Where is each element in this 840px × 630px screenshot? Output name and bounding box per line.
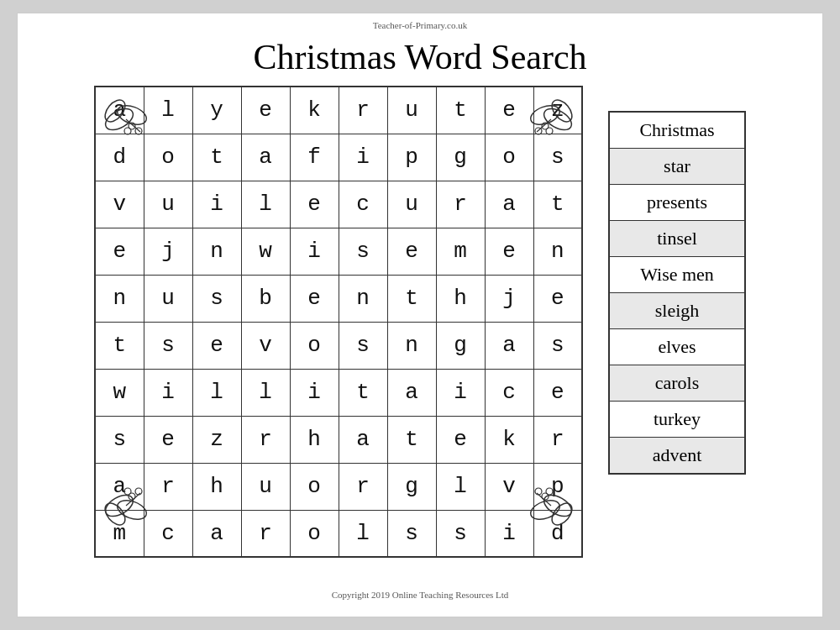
grid-cell-6-6: a <box>387 369 436 416</box>
grid-cell-4-4: e <box>290 275 339 322</box>
grid-cell-0-4: k <box>290 87 339 134</box>
grid-cell-3-7: m <box>436 228 485 275</box>
holly-top-left-icon <box>102 94 153 144</box>
grid-cell-2-4: e <box>290 181 339 228</box>
grid-cell-1-5: i <box>339 134 387 181</box>
holly-bottom-right-icon <box>524 485 575 534</box>
svg-point-27 <box>546 488 553 495</box>
grid-cell-5-4: o <box>290 322 339 369</box>
holly-bottom-left-icon <box>102 485 153 534</box>
word-list: ChristmasstarpresentstinselWise mensleig… <box>608 111 746 475</box>
word-list-item-5: sleigh <box>610 293 744 329</box>
grid-cell-3-5: s <box>339 228 387 275</box>
grid-cell-7-2: z <box>192 416 241 463</box>
grid-cell-4-6: t <box>387 275 436 322</box>
word-list-item-9: advent <box>610 438 744 473</box>
grid-cell-0-7: t <box>436 87 485 134</box>
grid-cell-1-3: a <box>241 134 290 181</box>
word-list-item-4: Wise men <box>610 257 744 293</box>
grid-cell-6-8: c <box>485 369 533 416</box>
grid-cell-8-4: o <box>290 463 339 510</box>
grid-cell-9-4: o <box>290 510 339 557</box>
grid-cell-6-1: i <box>144 369 192 416</box>
svg-point-23 <box>548 500 575 529</box>
grid-cell-8-7: l <box>436 463 485 510</box>
grid-cell-3-9: n <box>533 228 582 275</box>
grid-cell-2-2: i <box>192 181 241 228</box>
svg-point-20 <box>124 488 131 495</box>
grid-cell-1-2: t <box>192 134 241 181</box>
word-list-item-1: star <box>610 149 744 185</box>
word-list-item-8: turkey <box>610 402 744 438</box>
holly-top-right-icon <box>524 94 575 144</box>
grid-cell-0-6: u <box>387 87 436 134</box>
svg-point-26 <box>535 488 542 495</box>
grid-cell-3-2: n <box>192 228 241 275</box>
svg-point-13 <box>546 128 553 134</box>
grid-cell-2-6: u <box>387 181 436 228</box>
grid-cell-5-1: s <box>144 322 192 369</box>
grid-cell-8-5: r <box>339 463 387 510</box>
content-area: alyekrutezdotafipgosvuilecuratejnwisemen… <box>34 86 806 583</box>
svg-point-16 <box>102 500 129 529</box>
grid-cell-7-3: r <box>241 416 290 463</box>
grid-cell-4-8: j <box>485 275 533 322</box>
grid-cell-1-7: g <box>436 134 485 181</box>
grid-cell-8-6: g <box>387 463 436 510</box>
grid-cell-5-9: s <box>533 322 582 369</box>
grid-cell-4-9: e <box>533 275 582 322</box>
grid-cell-2-8: a <box>485 181 533 228</box>
page-title: Christmas Word Search <box>253 37 586 77</box>
grid-cell-6-2: l <box>192 369 241 416</box>
word-list-item-3: tinsel <box>610 221 744 257</box>
grid-cell-4-5: n <box>339 275 387 322</box>
word-list-item-2: presents <box>610 185 744 221</box>
grid-cell-2-1: u <box>144 181 192 228</box>
grid-cell-4-2: s <box>192 275 241 322</box>
grid-cell-7-0: s <box>95 416 144 463</box>
grid-cell-9-5: l <box>339 510 387 557</box>
grid-cell-7-6: t <box>387 416 436 463</box>
grid-cell-2-9: t <box>533 181 582 228</box>
grid-container: alyekrutezdotafipgosvuilecuratejnwisemen… <box>94 86 583 558</box>
grid-cell-6-5: t <box>339 369 387 416</box>
grid-cell-9-3: r <box>241 510 290 557</box>
grid-cell-4-0: n <box>95 275 144 322</box>
grid-cell-1-4: f <box>290 134 339 181</box>
grid-cell-5-5: s <box>339 322 387 369</box>
grid-cell-3-4: i <box>290 228 339 275</box>
grid-cell-2-5: c <box>339 181 387 228</box>
grid-cell-3-1: j <box>144 228 192 275</box>
grid-cell-7-5: a <box>339 416 387 463</box>
grid-cell-5-6: n <box>387 322 436 369</box>
grid-cell-5-3: v <box>241 322 290 369</box>
grid-cell-0-3: e <box>241 87 290 134</box>
grid-cell-9-7: s <box>436 510 485 557</box>
grid-cell-3-0: e <box>95 228 144 275</box>
grid-cell-5-0: t <box>95 322 144 369</box>
grid-cell-2-0: v <box>95 181 144 228</box>
grid-cell-9-2: a <box>192 510 241 557</box>
grid-cell-4-7: h <box>436 275 485 322</box>
grid-cell-4-1: u <box>144 275 192 322</box>
svg-point-6 <box>124 128 131 134</box>
grid-cell-7-7: e <box>436 416 485 463</box>
grid-cell-0-2: y <box>192 87 241 134</box>
grid-cell-5-8: a <box>485 322 533 369</box>
word-search-grid: alyekrutezdotafipgosvuilecuratejnwisemen… <box>94 86 583 558</box>
grid-cell-7-9: r <box>533 416 582 463</box>
grid-cell-7-1: e <box>144 416 192 463</box>
svg-point-19 <box>135 488 142 495</box>
grid-cell-3-8: e <box>485 228 533 275</box>
word-list-item-6: elves <box>610 329 744 365</box>
grid-cell-3-6: e <box>387 228 436 275</box>
grid-cell-8-3: u <box>241 463 290 510</box>
grid-cell-2-7: r <box>436 181 485 228</box>
grid-cell-9-6: s <box>387 510 436 557</box>
grid-cell-6-7: i <box>436 369 485 416</box>
word-list-item-7: carols <box>610 365 744 402</box>
word-list-item-0: Christmas <box>610 113 744 149</box>
grid-cell-7-8: k <box>485 416 533 463</box>
grid-cell-7-4: h <box>290 416 339 463</box>
grid-cell-5-7: g <box>436 322 485 369</box>
